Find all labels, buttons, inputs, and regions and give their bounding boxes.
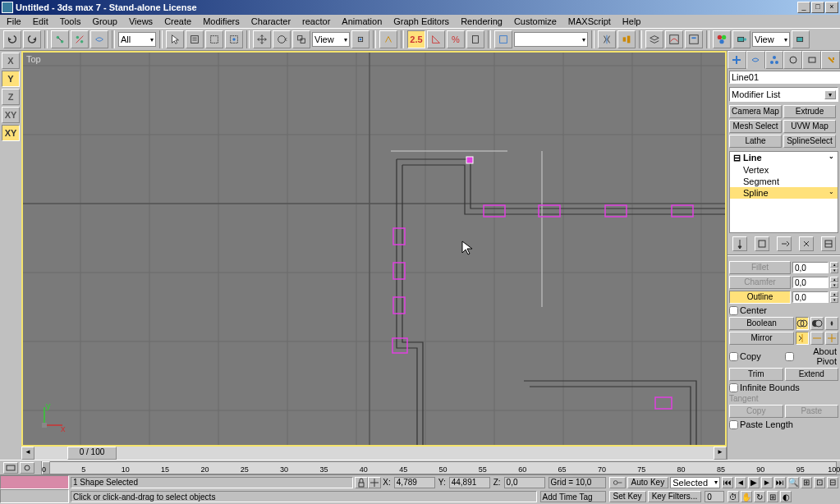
- show-end-result-button[interactable]: [755, 236, 769, 251]
- key-mode-button[interactable]: [609, 477, 626, 488]
- spinner-snap-button[interactable]: [466, 30, 484, 48]
- qb-extrude[interactable]: Extrude: [783, 105, 836, 118]
- menu-customize[interactable]: Customize: [509, 16, 562, 26]
- infinite-bounds-checkbox[interactable]: [729, 383, 738, 392]
- select-by-name-button[interactable]: [186, 30, 204, 48]
- add-time-tag[interactable]: Add Time Tag: [540, 491, 606, 502]
- extend-button[interactable]: Extend: [785, 368, 839, 381]
- field-of-view-button[interactable]: ◐: [780, 491, 792, 502]
- region-select-button[interactable]: [205, 30, 223, 48]
- copy-checkbox-label[interactable]: Copy: [729, 351, 783, 361]
- copy-checkbox[interactable]: [729, 352, 738, 361]
- fillet-input[interactable]: [792, 262, 829, 273]
- scroll-track[interactable]: 0 / 100: [34, 447, 714, 460]
- infinite-bounds-checkbox-label[interactable]: Infinite Bounds: [729, 383, 838, 392]
- qb-uvw-map[interactable]: UVW Map: [783, 120, 836, 133]
- mirror-horiz-icon[interactable]: [796, 332, 809, 345]
- timeline-config-button[interactable]: [3, 462, 18, 474]
- zoom-extents-all-button[interactable]: ⊟: [827, 477, 838, 488]
- menu-views[interactable]: Views: [124, 16, 158, 26]
- bool-intersect-icon[interactable]: [825, 317, 838, 330]
- x-value[interactable]: 4,789: [394, 477, 435, 488]
- viewport-top[interactable]: Top: [21, 51, 727, 447]
- key-filters-button[interactable]: Key Filters...: [648, 491, 702, 502]
- mirror-vert-icon[interactable]: [810, 332, 824, 345]
- bool-union-icon[interactable]: [796, 317, 809, 330]
- menu-file[interactable]: File: [2, 16, 26, 26]
- utilities-tab[interactable]: [821, 51, 840, 69]
- stack-vertex[interactable]: Vertex: [730, 164, 838, 176]
- pan-button[interactable]: ✋: [741, 491, 752, 502]
- chamfer-button[interactable]: Chamfer: [729, 276, 791, 289]
- prev-frame-button[interactable]: ◄: [735, 477, 746, 488]
- menu-group[interactable]: Group: [87, 16, 122, 26]
- about-pivot-checkbox[interactable]: [785, 352, 794, 361]
- menu-tools[interactable]: Tools: [55, 16, 86, 26]
- coord-display-toggle[interactable]: [368, 477, 381, 488]
- time-config-button[interactable]: ⏱: [728, 491, 739, 502]
- pin-stack-button[interactable]: [732, 236, 747, 251]
- z-value[interactable]: 0,0: [504, 477, 545, 488]
- zoom-all-button[interactable]: ⊞: [801, 477, 812, 488]
- motion-tab[interactable]: [783, 51, 802, 69]
- select-button[interactable]: [166, 30, 184, 48]
- outline-spinner[interactable]: ▴▾: [830, 291, 838, 303]
- maximize-viewport-button[interactable]: ⊞: [767, 491, 778, 502]
- qb-lathe[interactable]: Lathe: [729, 135, 782, 148]
- modify-tab[interactable]: [746, 51, 765, 69]
- boolean-button[interactable]: Boolean: [729, 317, 794, 330]
- menu-animation[interactable]: Animation: [337, 16, 387, 26]
- outline-input[interactable]: [792, 291, 829, 303]
- render-view-dropdown[interactable]: View: [752, 32, 790, 47]
- fillet-spinner[interactable]: ▴▾: [830, 262, 838, 273]
- align-button[interactable]: [617, 30, 636, 48]
- timeline-mode-button[interactable]: [20, 462, 34, 474]
- axis-xy-button[interactable]: XY: [2, 107, 20, 123]
- lock-selection-button[interactable]: [355, 477, 368, 488]
- qb-spline-select[interactable]: SplineSelect: [783, 135, 836, 148]
- fillet-button[interactable]: Fillet: [729, 261, 791, 274]
- move-button[interactable]: [253, 30, 271, 48]
- hierarchy-tab[interactable]: [765, 51, 784, 69]
- axis-x-button[interactable]: X: [2, 53, 20, 69]
- axis-xy2-button[interactable]: XY: [2, 125, 20, 141]
- menu-grapheditors[interactable]: Graph Editors: [388, 16, 454, 26]
- paste-length-checkbox-label[interactable]: Paste Length: [729, 419, 838, 429]
- close-button[interactable]: ×: [825, 2, 838, 13]
- stack-root[interactable]: ⊟ Line⌄: [730, 152, 838, 164]
- chamfer-input[interactable]: [792, 277, 829, 288]
- object-name-input[interactable]: [729, 71, 840, 84]
- schematic-view-button[interactable]: [685, 30, 703, 48]
- unlink-button[interactable]: [71, 30, 89, 48]
- menu-help[interactable]: Help: [617, 16, 646, 26]
- scroll-right-button[interactable]: ►: [714, 447, 727, 460]
- qb-mesh-select[interactable]: Mesh Select: [729, 120, 782, 133]
- chamfer-spinner[interactable]: ▴▾: [830, 277, 838, 288]
- paste-length-checkbox[interactable]: [729, 420, 738, 429]
- mirror-both-icon[interactable]: [825, 332, 838, 345]
- link-button[interactable]: [51, 30, 69, 48]
- angle-snap-button[interactable]: [427, 30, 445, 48]
- menu-modifiers[interactable]: Modifiers: [198, 16, 245, 26]
- axis-z-button[interactable]: Z: [2, 89, 20, 105]
- viewport-hscroll[interactable]: ◄ 0 / 100 ►: [21, 447, 727, 460]
- center-checkbox[interactable]: [729, 306, 738, 315]
- goto-start-button[interactable]: ⏮: [722, 477, 733, 488]
- timeline-track[interactable]: 0 5 10 15 20 25 30 35 40 45 50 55 60 65 …: [41, 461, 837, 474]
- zoom-button[interactable]: 🔍: [787, 477, 799, 488]
- arc-rotate-button[interactable]: ↻: [754, 491, 765, 502]
- rotate-button[interactable]: [273, 30, 291, 48]
- undo-button[interactable]: [3, 30, 21, 48]
- tangent-copy-button[interactable]: Copy: [729, 405, 783, 418]
- modifier-stack[interactable]: ⊟ Line⌄ Vertex Segment Spline⌄: [729, 151, 838, 233]
- render-scene-button[interactable]: [732, 30, 750, 48]
- bind-spacewarp-button[interactable]: [90, 30, 108, 48]
- reference-coord-dropdown[interactable]: View: [312, 32, 350, 47]
- modifier-list-dropdown[interactable]: Modifier List: [729, 87, 838, 102]
- axis-y-button[interactable]: Y: [2, 71, 20, 87]
- scale-button[interactable]: [292, 30, 310, 48]
- menu-character[interactable]: Character: [246, 16, 296, 26]
- play-button[interactable]: ▶: [748, 477, 760, 488]
- material-editor-button[interactable]: [713, 30, 731, 48]
- maximize-button[interactable]: □: [811, 2, 824, 13]
